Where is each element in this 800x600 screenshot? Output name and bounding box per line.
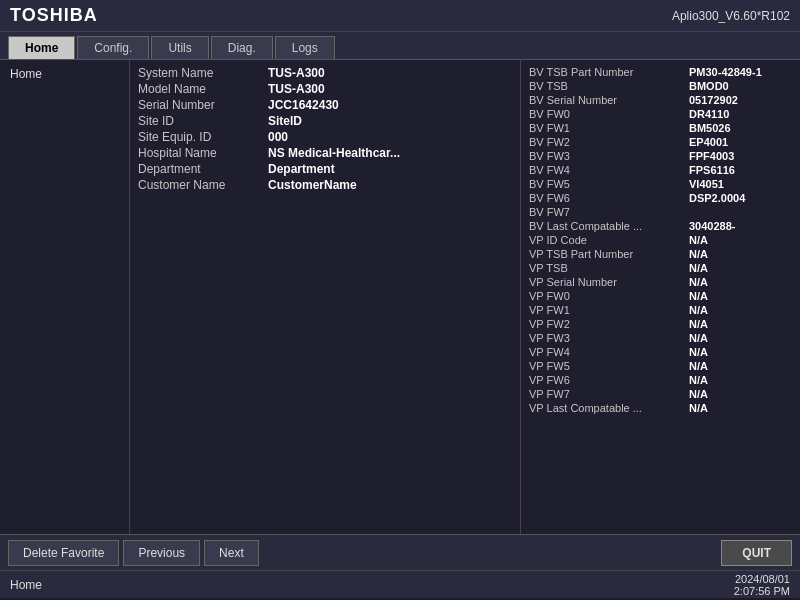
info-label: System Name — [138, 66, 268, 80]
info-value: N/A — [689, 388, 708, 400]
info-value: N/A — [689, 248, 708, 260]
status-date: 2024/08/01 — [734, 573, 790, 585]
info-row: Serial Number JCC1642430 — [138, 98, 512, 112]
info-label: Serial Number — [138, 98, 268, 112]
info-label: BV FW2 — [529, 136, 689, 148]
info-row: BV FW0 DR4110 — [529, 108, 792, 120]
status-bar: Home 2024/08/01 2:07:56 PM — [0, 570, 800, 598]
info-row: Customer Name CustomerName — [138, 178, 512, 192]
tab-utils[interactable]: Utils — [151, 36, 208, 59]
status-time: 2:07:56 PM — [734, 585, 790, 597]
info-value: TUS-A300 — [268, 66, 325, 80]
info-row: VP TSB Part Number N/A — [529, 248, 792, 260]
next-button[interactable]: Next — [204, 540, 259, 566]
info-row: VP FW2 N/A — [529, 318, 792, 330]
info-label: BV FW1 — [529, 122, 689, 134]
info-label: BV Serial Number — [529, 94, 689, 106]
info-value: N/A — [689, 360, 708, 372]
previous-button[interactable]: Previous — [123, 540, 200, 566]
info-value: N/A — [689, 402, 708, 414]
right-info-panel[interactable]: BV TSB Part Number PM30-42849-1 BV TSB B… — [520, 60, 800, 534]
tab-diag[interactable]: Diag. — [211, 36, 273, 59]
info-label: VP ID Code — [529, 234, 689, 246]
info-value: FPF4003 — [689, 150, 734, 162]
info-value: DSP2.0004 — [689, 192, 745, 204]
info-row: VP FW1 N/A — [529, 304, 792, 316]
header: TOSHIBA Aplio300_V6.60*R102 — [0, 0, 800, 32]
bottom-left-controls: Delete Favorite Previous Next — [8, 540, 259, 566]
info-row: Hospital Name NS Medical-Healthcar... — [138, 146, 512, 160]
info-label: VP FW3 — [529, 332, 689, 344]
info-label: VP TSB Part Number — [529, 248, 689, 260]
info-value: VI4051 — [689, 178, 724, 190]
status-right: 2024/08/01 2:07:56 PM — [734, 573, 790, 597]
info-label: VP TSB — [529, 262, 689, 274]
left-info-panel: System Name TUS-A300 Model Name TUS-A300… — [130, 60, 520, 534]
info-value: BM5026 — [689, 122, 731, 134]
info-row: BV FW2 EP4001 — [529, 136, 792, 148]
info-label: VP FW1 — [529, 304, 689, 316]
info-row: VP FW0 N/A — [529, 290, 792, 302]
info-row: System Name TUS-A300 — [138, 66, 512, 80]
info-label: Site Equip. ID — [138, 130, 268, 144]
info-row: BV TSB BMOD0 — [529, 80, 792, 92]
quit-button[interactable]: QUIT — [721, 540, 792, 566]
content-area: System Name TUS-A300 Model Name TUS-A300… — [130, 60, 800, 534]
tabbar: Home Config. Utils Diag. Logs — [0, 32, 800, 60]
info-label: VP Serial Number — [529, 276, 689, 288]
info-row: BV FW3 FPF4003 — [529, 150, 792, 162]
main-area: Home System Name TUS-A300 Model Name TUS… — [0, 60, 800, 534]
info-value: 05172902 — [689, 94, 738, 106]
info-label: BV TSB — [529, 80, 689, 92]
toshiba-logo: TOSHIBA — [10, 5, 98, 26]
info-value: N/A — [689, 304, 708, 316]
info-row: BV Last Compatable ... 3040288- — [529, 220, 792, 232]
bottom-bar: Delete Favorite Previous Next QUIT — [0, 534, 800, 570]
info-label: BV FW5 — [529, 178, 689, 190]
info-value: N/A — [689, 374, 708, 386]
info-row: BV Serial Number 05172902 — [529, 94, 792, 106]
sidebar-item-home[interactable]: Home — [4, 64, 125, 84]
info-row: BV FW1 BM5026 — [529, 122, 792, 134]
info-value: N/A — [689, 234, 708, 246]
info-row: Model Name TUS-A300 — [138, 82, 512, 96]
info-value: PM30-42849-1 — [689, 66, 762, 78]
info-row: Department Department — [138, 162, 512, 176]
sidebar: Home — [0, 60, 130, 534]
info-row: VP FW3 N/A — [529, 332, 792, 344]
info-label: Site ID — [138, 114, 268, 128]
info-label: VP FW2 — [529, 318, 689, 330]
info-value: N/A — [689, 346, 708, 358]
info-row: Site Equip. ID 000 — [138, 130, 512, 144]
tab-config[interactable]: Config. — [77, 36, 149, 59]
info-value: EP4001 — [689, 136, 728, 148]
tab-logs[interactable]: Logs — [275, 36, 335, 59]
info-label: VP FW6 — [529, 374, 689, 386]
info-label: BV FW6 — [529, 192, 689, 204]
info-label: BV FW4 — [529, 164, 689, 176]
info-value: DR4110 — [689, 108, 729, 120]
info-row: VP FW5 N/A — [529, 360, 792, 372]
delete-favorite-button[interactable]: Delete Favorite — [8, 540, 119, 566]
info-label: BV Last Compatable ... — [529, 220, 689, 232]
info-value: N/A — [689, 262, 708, 274]
info-label: VP FW7 — [529, 388, 689, 400]
info-value: N/A — [689, 290, 708, 302]
info-value: N/A — [689, 318, 708, 330]
info-row: VP FW6 N/A — [529, 374, 792, 386]
info-label: VP FW5 — [529, 360, 689, 372]
info-label: VP Last Compatable ... — [529, 402, 689, 414]
info-label: Customer Name — [138, 178, 268, 192]
info-row: VP FW7 N/A — [529, 388, 792, 400]
info-value: BMOD0 — [689, 80, 729, 92]
info-value: N/A — [689, 276, 708, 288]
status-left: Home — [10, 578, 42, 592]
info-row: BV FW4 FPS6116 — [529, 164, 792, 176]
info-label: BV FW3 — [529, 150, 689, 162]
info-label: VP FW4 — [529, 346, 689, 358]
info-label: Department — [138, 162, 268, 176]
tab-home[interactable]: Home — [8, 36, 75, 59]
info-label: Hospital Name — [138, 146, 268, 160]
info-label: Model Name — [138, 82, 268, 96]
info-value: Department — [268, 162, 335, 176]
